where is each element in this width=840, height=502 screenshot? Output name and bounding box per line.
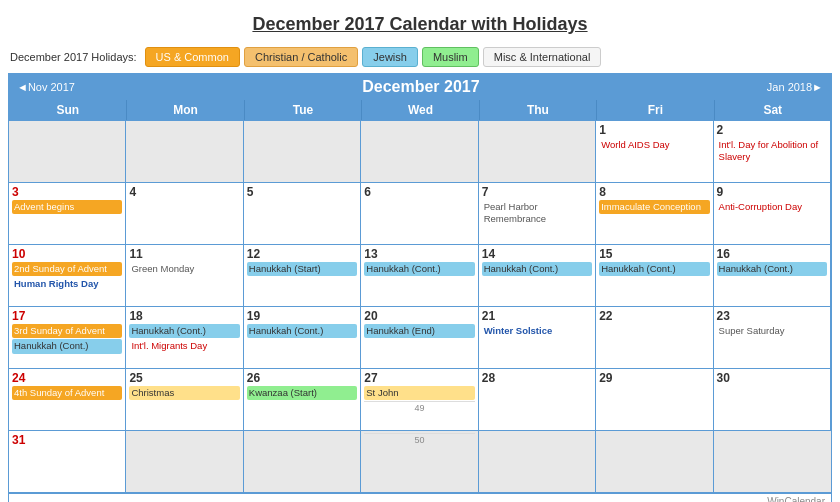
cal-cell-empty-5 — [479, 121, 596, 183]
date-7: 7 — [482, 185, 592, 199]
cal-cell-dec1: 1 World AIDS Day — [596, 121, 713, 183]
legend-label: December 2017 Holidays: — [10, 51, 137, 63]
event-hanukkah-cont-13: Hanukkah (Cont.) — [364, 262, 474, 276]
date-13: 13 — [364, 247, 474, 261]
event-super-saturday: Super Saturday — [717, 324, 827, 338]
cal-cell-dec7: 7 Pearl Harbor Remembrance — [479, 183, 596, 245]
cal-cell-empty-2 — [126, 121, 243, 183]
cal-cell-dec30: 30 — [714, 369, 831, 431]
day-header-fri: Fri — [596, 100, 713, 120]
cal-cell-dec19: 19 Hanukkah (Cont.) — [244, 307, 361, 369]
day-header-mon: Mon — [126, 100, 243, 120]
event-immaculate: Immaculate Conception — [599, 200, 709, 214]
cal-cell-dec21: 21 Winter Solstice — [479, 307, 596, 369]
next-nav[interactable]: Jan 2018► — [767, 81, 823, 93]
event-hanukkah-cont-18: Hanukkah (Cont.) — [129, 324, 239, 338]
event-christmas: Christmas — [129, 386, 239, 400]
cal-cell-empty-r6-4: 50 — [361, 431, 478, 493]
cal-cell-dec20: 20 Hanukkah (End) — [361, 307, 478, 369]
event-hanukkah-cont-14: Hanukkah (Cont.) — [482, 262, 592, 276]
cal-cell-empty-1 — [9, 121, 126, 183]
date-25: 25 — [129, 371, 239, 385]
event-st-john: St John — [364, 386, 474, 400]
date-29: 29 — [599, 371, 709, 385]
date-2: 2 — [717, 123, 827, 137]
event-hanukkah-cont-19: Hanukkah (Cont.) — [247, 324, 357, 338]
calendar-footer: WinCalendar — [9, 493, 831, 502]
legend-jewish[interactable]: Jewish — [362, 47, 418, 67]
date-19: 19 — [247, 309, 357, 323]
event-world-aids: World AIDS Day — [599, 138, 709, 152]
legend-misc-international[interactable]: Misc & International — [483, 47, 602, 67]
event-hanukkah-cont-16: Hanukkah (Cont.) — [717, 262, 827, 276]
date-3: 3 — [12, 185, 122, 199]
date-12: 12 — [247, 247, 357, 261]
cal-cell-empty-4 — [361, 121, 478, 183]
date-15: 15 — [599, 247, 709, 261]
date-1: 1 — [599, 123, 709, 137]
cal-cell-empty-r6-5 — [479, 431, 596, 493]
cal-cell-dec14: 14 Hanukkah (Cont.) — [479, 245, 596, 307]
date-31: 31 — [12, 433, 122, 447]
cal-cell-empty-r6-6 — [596, 431, 713, 493]
week-49: 49 — [364, 401, 474, 414]
cal-cell-dec24: 24 4th Sunday of Advent — [9, 369, 126, 431]
date-30: 30 — [717, 371, 827, 385]
cal-cell-empty-r6-2 — [126, 431, 243, 493]
date-18: 18 — [129, 309, 239, 323]
event-kwanzaa: Kwanzaa (Start) — [247, 386, 357, 400]
calendar-header: ◄Nov 2017 December 2017 Jan 2018► — [9, 74, 831, 100]
date-27: 27 — [364, 371, 474, 385]
cal-cell-dec3: 3 Advent begins — [9, 183, 126, 245]
legend-christian-catholic[interactable]: Christian / Catholic — [244, 47, 358, 67]
prev-nav[interactable]: ◄Nov 2017 — [17, 81, 75, 93]
cal-cell-empty-3 — [244, 121, 361, 183]
date-9: 9 — [717, 185, 827, 199]
cal-cell-dec12: 12 Hanukkah (Start) — [244, 245, 361, 307]
event-anti-corruption: Anti-Corruption Day — [717, 200, 827, 214]
event-abolition-slavery: Int'l. Day for Abolition of Slavery — [717, 138, 827, 165]
event-winter-solstice: Winter Solstice — [482, 324, 592, 338]
date-10: 10 — [12, 247, 122, 261]
cal-cell-dec18: 18 Hanukkah (Cont.) Int'l. Migrants Day — [126, 307, 243, 369]
cal-cell-dec13: 13 Hanukkah (Cont.) — [361, 245, 478, 307]
event-hanukkah-end: Hanukkah (End) — [364, 324, 474, 338]
event-hanukkah-cont-15: Hanukkah (Cont.) — [599, 262, 709, 276]
date-4: 4 — [129, 185, 239, 199]
cal-cell-dec23: 23 Super Saturday — [714, 307, 831, 369]
cal-cell-dec31: 31 — [9, 431, 126, 493]
cal-cell-dec5: 5 — [244, 183, 361, 245]
date-11: 11 — [129, 247, 239, 261]
wincalendar-credit: WinCalendar — [767, 496, 825, 502]
cal-cell-dec4: 4 — [126, 183, 243, 245]
cal-cell-dec15: 15 Hanukkah (Cont.) — [596, 245, 713, 307]
legend-us-common[interactable]: US & Common — [145, 47, 240, 67]
days-header-row: Sun Mon Tue Wed Thu Fri Sat — [9, 100, 831, 120]
cal-cell-dec29: 29 — [596, 369, 713, 431]
date-24: 24 — [12, 371, 122, 385]
cal-cell-dec22: 22 — [596, 307, 713, 369]
cal-cell-dec26: 26 Kwanzaa (Start) — [244, 369, 361, 431]
date-17: 17 — [12, 309, 122, 323]
calendar-container: ◄Nov 2017 December 2017 Jan 2018► Sun Mo… — [8, 73, 832, 502]
cal-cell-dec10: 10 2nd Sunday of Advent Human Rights Day — [9, 245, 126, 307]
cal-cell-dec11: 11 Green Monday — [126, 245, 243, 307]
event-hanukkah-cont-17: Hanukkah (Cont.) — [12, 339, 122, 353]
page-title: December 2017 Calendar with Holidays — [0, 0, 840, 43]
day-header-wed: Wed — [361, 100, 478, 120]
date-21: 21 — [482, 309, 592, 323]
date-23: 23 — [717, 309, 827, 323]
cal-cell-empty-r6-7 — [714, 431, 831, 493]
cal-cell-dec17: 17 3rd Sunday of Advent Hanukkah (Cont.) — [9, 307, 126, 369]
week-50: 50 — [364, 433, 474, 446]
date-14: 14 — [482, 247, 592, 261]
date-16: 16 — [717, 247, 827, 261]
cal-cell-dec27: 27 St John 49 — [361, 369, 478, 431]
date-6: 6 — [364, 185, 474, 199]
event-migrants-day: Int'l. Migrants Day — [129, 339, 239, 353]
date-22: 22 — [599, 309, 709, 323]
day-header-tue: Tue — [244, 100, 361, 120]
cal-cell-dec9: 9 Anti-Corruption Day — [714, 183, 831, 245]
legend-muslim[interactable]: Muslim — [422, 47, 479, 67]
cal-cell-dec16: 16 Hanukkah (Cont.) — [714, 245, 831, 307]
